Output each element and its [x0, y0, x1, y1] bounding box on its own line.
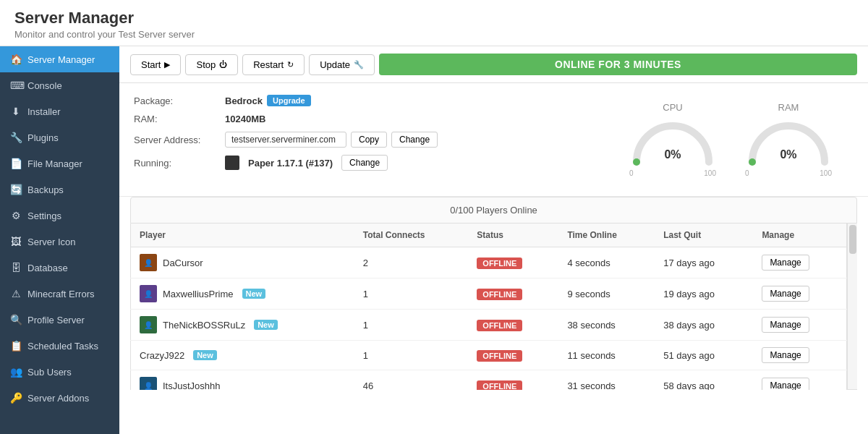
wrench-icon: 🔧	[354, 60, 364, 69]
running-value: Paper 1.17.1 (#137)	[248, 158, 333, 169]
last-quit-cell: 51 days ago	[655, 341, 753, 370]
sidebar-item-server-addons[interactable]: 🔑 Server Addons	[0, 385, 119, 411]
ram-axis: 0 100	[745, 169, 832, 177]
table-row: 👤 ItsJustJoshhh 46 OFFLINE 31 seconds 58…	[131, 370, 847, 391]
manage-button[interactable]: Manage	[762, 286, 809, 302]
search-icon: 🔍	[10, 314, 22, 326]
table-row: CrazyJ922New 1 OFFLINE 11 seconds 51 day…	[131, 341, 847, 370]
sidebar-label: File Manager	[27, 158, 82, 169]
ram-label: RAM:	[134, 114, 221, 124]
sidebar-item-plugins[interactable]: 🔧 Plugins	[0, 124, 119, 150]
warning-icon: ⚠	[10, 288, 22, 299]
sidebar-item-server-manager[interactable]: 🏠 Server Manager	[0, 46, 119, 72]
sidebar-label: Profile Server	[27, 315, 85, 326]
table-scroll-inner[interactable]: Player Total Connects Status Time Online…	[130, 224, 847, 390]
total-connects-cell: 2	[354, 247, 469, 278]
player-avatar: 👤	[140, 377, 157, 390]
page-title: Server Manager	[14, 9, 854, 27]
players-table: Player Total Connects Status Time Online…	[130, 224, 847, 390]
players-header: 0/100 Players Online	[130, 197, 857, 224]
cpu-gauge-svg: 0%	[629, 119, 716, 166]
sidebar-label: Database	[27, 263, 68, 273]
col-player: Player	[131, 224, 354, 247]
cpu-axis: 0 100	[629, 169, 716, 177]
table-row: 👤 TheNickBOSSRuLzNew 1 OFFLINE 38 second…	[131, 310, 847, 341]
file-icon: 📄	[10, 158, 22, 169]
address-row: Server Address: Copy Change	[134, 132, 593, 148]
image-icon: 🖼	[10, 236, 22, 247]
stop-button[interactable]: Stop ⏻	[185, 54, 238, 75]
status-cell: OFFLINE	[468, 310, 558, 341]
status-text: ONLINE FOR 3 MINUTES	[555, 59, 681, 70]
sidebar-label: Plugins	[27, 132, 59, 143]
users-icon: 👥	[10, 366, 22, 378]
player-name: ItsJustJoshhh	[163, 380, 221, 391]
time-online-cell: 11 seconds	[558, 341, 655, 370]
stop-label: Stop	[196, 59, 216, 70]
col-time-online: Time Online	[558, 224, 655, 247]
ram-gauge-label: RAM	[745, 102, 832, 113]
play-icon: ▶	[164, 60, 170, 69]
cpu-min: 0	[629, 169, 634, 177]
manage-button[interactable]: Manage	[762, 347, 809, 363]
table-row: 👤 DaCursor 2 OFFLINE 4 seconds 17 days a…	[131, 247, 847, 278]
info-fields: Package: Bedrock Upgrade RAM: 10240MB Se…	[134, 95, 593, 178]
sidebar-item-server-icon[interactable]: 🖼 Server Icon	[0, 229, 119, 255]
player-name-cell: CrazyJ922New	[131, 341, 354, 370]
package-label: Package:	[134, 95, 221, 106]
player-avatar: 👤	[140, 254, 157, 271]
scrollbar-thumb[interactable]	[849, 225, 856, 254]
upgrade-badge[interactable]: Upgrade	[267, 95, 311, 106]
change-address-button[interactable]: Change	[391, 132, 438, 148]
players-section: 0/100 Players Online Player Total Connec…	[119, 197, 868, 401]
col-status: Status	[468, 224, 558, 247]
sidebar-item-sub-users[interactable]: 👥 Sub Users	[0, 359, 119, 385]
time-online-cell: 31 seconds	[558, 370, 655, 391]
player-avatar: 👤	[140, 316, 157, 333]
player-name-cell: 👤 DaCursor	[131, 247, 354, 278]
player-name: DaCursor	[163, 258, 203, 268]
sidebar-item-installer[interactable]: ⬇ Installer	[0, 98, 119, 124]
page-subtitle: Monitor and control your Test Server ser…	[14, 29, 854, 40]
total-connects-cell: 1	[354, 341, 469, 370]
sidebar-item-file-manager[interactable]: 📄 File Manager	[0, 150, 119, 176]
ram-gauge: RAM 0% 0 100	[745, 102, 832, 177]
status-cell: OFFLINE	[468, 370, 558, 391]
restart-button[interactable]: Restart ↻	[242, 54, 305, 75]
calendar-icon: 📋	[10, 340, 22, 352]
key-icon: 🔑	[10, 392, 22, 404]
col-connects: Total Connects	[354, 224, 469, 247]
sidebar-item-backups[interactable]: 🔄 Backups	[0, 176, 119, 203]
paper-icon	[225, 156, 239, 170]
server-address-input[interactable]	[225, 132, 346, 148]
sidebar-item-database[interactable]: 🗄 Database	[0, 255, 119, 281]
sidebar-label: Scheduled Tasks	[27, 341, 98, 352]
status-banner: ONLINE FOR 3 MINUTES	[379, 54, 857, 75]
sidebar-item-profile-server[interactable]: 🔍 Profile Server	[0, 307, 119, 333]
copy-button[interactable]: Copy	[351, 132, 387, 148]
col-manage: Manage	[753, 224, 846, 247]
restart-label: Restart	[253, 59, 284, 70]
update-button[interactable]: Update 🔧	[309, 54, 375, 75]
backups-icon: 🔄	[10, 184, 22, 195]
stop-icon: ⏻	[219, 60, 227, 69]
server-info-section: Package: Bedrock Upgrade RAM: 10240MB Se…	[119, 83, 868, 197]
table-scroll-area: Player Total Connects Status Time Online…	[130, 224, 857, 390]
status-cell: OFFLINE	[468, 341, 558, 370]
start-button[interactable]: Start ▶	[130, 54, 181, 75]
sidebar-item-minecraft-errors[interactable]: ⚠ Minecraft Errors	[0, 281, 119, 307]
ram-row: RAM: 10240MB	[134, 114, 593, 124]
gauges-section: CPU 0% 0 100	[608, 95, 854, 184]
manage-button[interactable]: Manage	[762, 317, 809, 333]
time-online-cell: 9 seconds	[558, 278, 655, 310]
cpu-max: 100	[704, 169, 716, 177]
sidebar-item-settings[interactable]: ⚙ Settings	[0, 203, 119, 229]
sidebar-item-console[interactable]: ⌨ Console	[0, 72, 119, 98]
manage-button[interactable]: Manage	[762, 255, 809, 271]
manage-cell: Manage	[753, 247, 846, 278]
ram-max: 100	[820, 169, 832, 177]
sidebar-item-scheduled-tasks[interactable]: 📋 Scheduled Tasks	[0, 333, 119, 359]
cpu-gauge: CPU 0% 0 100	[629, 102, 716, 177]
change-version-button[interactable]: Change	[341, 155, 388, 171]
manage-button[interactable]: Manage	[762, 378, 809, 390]
